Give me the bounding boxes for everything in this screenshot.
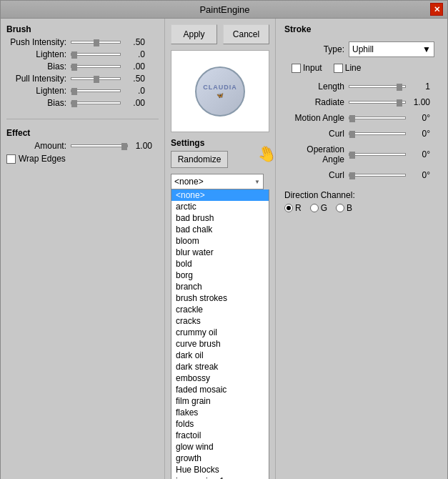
randomize-button[interactable]: Randomize — [171, 151, 228, 168]
length-slider[interactable] — [349, 85, 406, 88]
lighten-slider-1[interactable] — [71, 53, 121, 56]
stroke-operation-angle-row: Operation Angle 0° — [284, 144, 439, 164]
dropdown-item-bloom[interactable]: bloom — [171, 235, 269, 247]
cancel-button[interactable]: Cancel — [223, 24, 269, 44]
amount-slider[interactable] — [71, 144, 128, 147]
stroke-curl2-row: Curl 0° — [284, 170, 439, 180]
dropdown-item-folds[interactable]: folds — [171, 418, 269, 430]
dropdown-item-crummy-oil[interactable]: crummy oil — [171, 327, 269, 338]
dropdown-list[interactable]: <none> arctic bad brush bad chalk bloom … — [171, 189, 269, 479]
amount-label: Amount: — [6, 141, 71, 151]
brush-row-1: Lighten: .0 — [6, 49, 159, 59]
dropdown-item-bad-brush[interactable]: bad brush — [171, 212, 269, 224]
main-window: PaintEngine ✕ Brush Push Intensity: .50 … — [0, 0, 448, 479]
curl2-slider[interactable] — [349, 174, 406, 177]
brush-label-0: Push Intensity: — [6, 37, 71, 47]
dropdown-item-flakes[interactable]: flakes — [171, 407, 269, 418]
stroke-curl1-row: Curl 0° — [284, 129, 439, 139]
curl1-value: 0° — [409, 129, 430, 139]
stroke-type-select[interactable]: Uphill ▼ — [349, 41, 434, 57]
radiate-value: 1.00 — [409, 97, 430, 107]
dropdown-item-impression1[interactable]: impression 1 — [171, 475, 269, 479]
preview-logo: CLAUDIA 🦋 — [195, 66, 245, 117]
logo-icon: 🦋 — [216, 92, 224, 99]
brush-title: Brush — [6, 24, 159, 34]
brush-row-3: Pull Intensity: .50 — [6, 74, 159, 84]
effect-title: Effect — [6, 128, 159, 138]
apply-button[interactable]: Apply — [171, 24, 217, 44]
radio-g-circle[interactable] — [310, 204, 319, 212]
dropdown-item-brush-strokes[interactable]: brush strokes — [171, 292, 269, 304]
stroke-type-row: Type: Uphill ▼ — [284, 41, 439, 57]
motion-angle-value: 0° — [409, 113, 430, 123]
line-checkbox[interactable] — [334, 64, 343, 73]
effect-section: Effect Amount: 1.00 Wrap Edges — [6, 128, 159, 164]
dropdown-item-none[interactable]: <none> — [171, 189, 269, 201]
bias-slider-2[interactable] — [71, 102, 121, 104]
radio-r-circle[interactable] — [284, 204, 293, 212]
curl1-slider[interactable] — [349, 132, 406, 135]
bias-slider-1[interactable] — [71, 65, 121, 68]
brush-label-4: Lighten: — [6, 86, 71, 96]
dropdown-scrollable[interactable]: <none> arctic bad brush bad chalk bloom … — [171, 189, 269, 479]
brush-label-2: Bias: — [6, 61, 71, 71]
brush-row-4: Lighten: .0 — [6, 86, 159, 96]
dropdown-item-hue-blocks[interactable]: Hue Blocks — [171, 464, 269, 475]
dropdown-item-crackle[interactable]: crackle — [171, 304, 269, 315]
radio-b-label: B — [347, 203, 352, 213]
radio-b-circle[interactable] — [336, 204, 344, 212]
radiate-slider[interactable] — [349, 101, 406, 104]
stroke-type-label: Type: — [284, 44, 349, 54]
pull-intensity-slider[interactable] — [71, 77, 121, 80]
bias-value-1: .00 — [124, 61, 145, 71]
radio-g[interactable]: G — [310, 203, 327, 213]
direction-channel-label: Direction Channel: — [284, 190, 355, 200]
dropdown-item-faded-mosaic[interactable]: faded mosaic — [171, 384, 269, 395]
radio-b[interactable]: B — [336, 203, 352, 213]
radio-r[interactable]: R — [284, 203, 302, 213]
dropdown-item-dark-oil[interactable]: dark oil — [171, 350, 269, 361]
brush-section: Brush Push Intensity: .50 Lighten: .0 — [6, 24, 159, 110]
dropdown-item-bold[interactable]: bold — [171, 258, 269, 270]
dropdown-item-embossy[interactable]: embossy — [171, 372, 269, 384]
line-label: Line — [345, 63, 362, 73]
stroke-radiate-row: Radiate 1.00 — [284, 97, 439, 107]
settings-combo[interactable]: <none> ▼ — [171, 174, 264, 189]
length-value: 1 — [409, 82, 430, 92]
dropdown-item-film-grain[interactable]: film grain — [171, 395, 269, 407]
dropdown-container: <none> ▼ <none> arctic bad brush bad cha… — [171, 174, 269, 479]
stroke-type-value: Uphill — [352, 44, 374, 54]
push-intensity-slider[interactable] — [71, 41, 121, 44]
dropdown-item-cracks[interactable]: cracks — [171, 315, 269, 327]
input-label: Input — [303, 63, 322, 73]
dropdown-item-bad-chalk[interactable]: bad chalk — [171, 224, 269, 235]
curl2-value: 0° — [409, 170, 430, 180]
push-intensity-value: .50 — [124, 37, 145, 47]
pull-intensity-value: .50 — [124, 74, 145, 84]
input-checkbox[interactable] — [292, 64, 301, 73]
settings-title: Settings — [171, 138, 269, 148]
lighten-slider-2[interactable] — [71, 89, 121, 92]
brush-row-2: Bias: .00 — [6, 61, 159, 71]
radio-row: R G B — [284, 203, 439, 213]
dropdown-item-borg[interactable]: borg — [171, 270, 269, 281]
wrap-edges-checkbox[interactable] — [6, 154, 16, 164]
stroke-type-arrow-icon: ▼ — [422, 44, 431, 54]
logo-text: CLAUDIA — [203, 84, 237, 91]
motion-angle-slider[interactable] — [349, 117, 406, 119]
amount-row: Amount: 1.00 — [6, 141, 159, 151]
dropdown-item-glow-wind[interactable]: glow wind — [171, 441, 269, 453]
dropdown-item-growth[interactable]: growth — [171, 453, 269, 464]
operation-angle-slider[interactable] — [349, 153, 406, 156]
dropdown-item-branch[interactable]: branch — [171, 281, 269, 292]
lighten-value-2: .0 — [124, 86, 145, 96]
dropdown-item-fractoil[interactable]: fractoil — [171, 430, 269, 441]
dropdown-item-curve-brush[interactable]: curve brush — [171, 338, 269, 350]
dropdown-item-arctic[interactable]: arctic — [171, 201, 269, 212]
wrap-edges-label: Wrap Edges — [19, 154, 66, 164]
dropdown-item-blur-water[interactable]: blur water — [171, 247, 269, 258]
brush-label-5: Bias: — [6, 98, 71, 108]
close-button[interactable]: ✕ — [430, 3, 443, 16]
dropdown-item-dark-streak[interactable]: dark streak — [171, 361, 269, 372]
preview-area: CLAUDIA 🦋 — [171, 50, 269, 132]
